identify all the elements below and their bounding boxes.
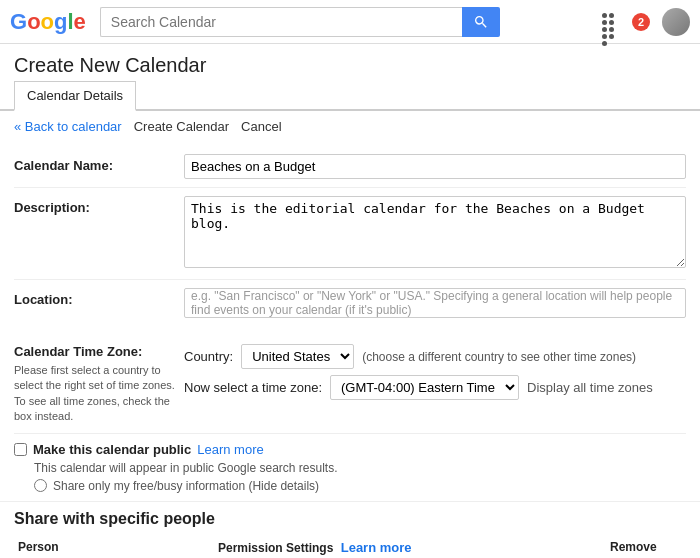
public-checkbox-area: Make this calendar public Learn more [14, 442, 264, 457]
timezone-label-block: Calendar Time Zone: Please first select … [14, 344, 184, 425]
location-row: Location: e.g. "San Francisco" or "New Y… [14, 280, 686, 326]
country-row: Country: United States (choose a differe… [184, 344, 686, 369]
description-row: Description: This is the editorial calen… [14, 188, 686, 280]
tab-calendar-details[interactable]: Calendar Details [14, 81, 136, 111]
public-learn-more-link[interactable]: Learn more [197, 442, 263, 457]
public-section: Make this calendar public Learn more Thi… [0, 434, 700, 502]
notification-badge[interactable]: 2 [632, 13, 650, 31]
country-hint: (choose a different country to see other… [362, 350, 636, 364]
timezone-section: Calendar Time Zone: Please first select … [0, 336, 700, 434]
description-input[interactable]: This is the editorial calendar for the B… [184, 196, 686, 268]
name-control [184, 154, 686, 179]
page-title: Create New Calendar [0, 44, 700, 81]
search-input[interactable] [100, 7, 462, 37]
zone-label: Now select a time zone: [184, 380, 322, 395]
timezone-controls: Country: United States (choose a differe… [184, 344, 686, 400]
description-control: This is the editorial calendar for the B… [184, 196, 686, 271]
header-right: 2 [602, 8, 690, 36]
location-input[interactable]: e.g. "San Francisco" or "New York" or "U… [184, 288, 686, 318]
public-calendar-checkbox[interactable] [14, 443, 27, 456]
share-table-header: Person Permission Settings Learn more Re… [14, 536, 686, 558]
name-row: Calendar Name: [14, 146, 686, 188]
calendar-name-input[interactable] [184, 154, 686, 179]
timezone-label: Calendar Time Zone: [14, 344, 184, 359]
avatar[interactable] [662, 8, 690, 36]
country-label: Country: [184, 349, 233, 364]
display-all-zones-label: Display all time zones [527, 380, 653, 395]
google-logo: Google [10, 9, 86, 35]
zone-row: Now select a time zone: (GMT-04:00) East… [184, 375, 686, 400]
share-table: Person Permission Settings Learn more Re… [14, 536, 686, 558]
share-only-row: Share only my free/busy information (Hid… [14, 479, 686, 493]
share-section: Share with specific people Person Permis… [0, 502, 700, 558]
timezone-row: Calendar Time Zone: Please first select … [14, 336, 686, 434]
public-sublabel: This calendar will appear in public Goog… [14, 461, 686, 475]
location-label: Location: [14, 288, 184, 307]
col-permission: Permission Settings Learn more [214, 536, 606, 558]
public-label: Make this calendar public [33, 442, 191, 457]
tabs-section: Calendar Details [0, 81, 700, 111]
search-icon [473, 14, 489, 30]
apps-grid-icon[interactable] [602, 13, 620, 31]
public-calendar-row: Make this calendar public Learn more [14, 442, 686, 457]
search-button[interactable] [462, 7, 500, 37]
form-section: Calendar Name: Description: This is the … [0, 142, 700, 336]
country-select[interactable]: United States [241, 344, 354, 369]
name-label: Calendar Name: [14, 154, 184, 173]
header: Google 2 [0, 0, 700, 44]
col-remove: Remove [606, 536, 686, 558]
share-title: Share with specific people [14, 510, 686, 528]
cancel-button-top[interactable]: Cancel [241, 119, 281, 134]
col-person: Person [14, 536, 214, 558]
timezone-select[interactable]: (GMT-04:00) Eastern Time [330, 375, 519, 400]
timezone-sublabel: Please first select a country to select … [14, 363, 184, 425]
create-calendar-button-top[interactable]: Create Calendar [134, 119, 229, 134]
location-placeholder-text: e.g. "San Francisco" or "New York" or "U… [191, 289, 679, 317]
top-nav-links: « Back to calendar Create Calendar Cance… [0, 111, 700, 142]
share-only-radio[interactable] [34, 479, 47, 492]
permission-learn-more-link[interactable]: Learn more [341, 540, 412, 555]
search-bar [100, 7, 500, 37]
description-label: Description: [14, 196, 184, 215]
location-control: e.g. "San Francisco" or "New York" or "U… [184, 288, 686, 318]
back-to-calendar-link-top[interactable]: « Back to calendar [14, 119, 122, 134]
share-only-label: Share only my free/busy information (Hid… [53, 479, 319, 493]
